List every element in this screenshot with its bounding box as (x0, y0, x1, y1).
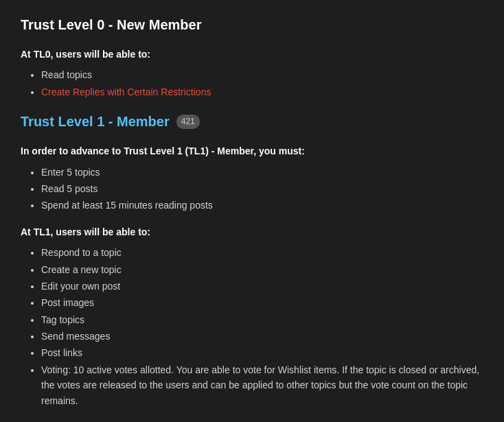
tl0-abilities-list: Read topics Create Replies with Certain … (21, 67, 483, 99)
list-item: Spend at least 15 minutes reading posts (41, 198, 483, 213)
tl1-ability-voting: Voting: 10 active votes allotted. You ar… (41, 364, 479, 406)
tl1-ability-respond: Respond to a topic (41, 247, 122, 258)
list-item: Create Replies with Certain Restrictions (41, 84, 483, 99)
list-item: Read 5 posts (41, 181, 483, 196)
tl1-ability-send-messages: Send messages (41, 331, 110, 342)
list-item: Post links (41, 345, 483, 360)
tl0-subtitle: At TL0, users will be able to: (21, 47, 483, 62)
tl1-requirements-list: Enter 5 topics Read 5 posts Spend at lea… (21, 165, 483, 213)
tl1-req-enter-topics: Enter 5 topics (41, 167, 100, 178)
tl0-ability-read-topics: Read topics (41, 69, 92, 80)
tl0-ability-create-replies: Create Replies with Certain Restrictions (41, 86, 211, 97)
tl1-ability-create-topic: Create a new topic (41, 264, 122, 275)
list-item: Enter 5 topics (41, 165, 483, 180)
list-item: Respond to a topic (41, 245, 483, 260)
tl1-advance-text: In order to advance to Trust Level 1 (TL… (21, 143, 483, 159)
list-item: Post images (41, 295, 483, 310)
tl1-badge: 421 (176, 115, 200, 129)
tl1-ability-post-links: Post links (41, 347, 82, 358)
tl1-subtitle: At TL1, users will be able to: (21, 224, 483, 239)
list-item: Edit your own post (41, 279, 483, 294)
tl1-ability-tag-topics: Tag topics (41, 314, 84, 325)
list-item: Read topics (41, 67, 483, 82)
tl1-req-read-posts: Read 5 posts (41, 183, 98, 194)
list-item: Voting: 10 active votes allotted. You ar… (41, 362, 483, 408)
tl1-title-container: Trust Level 1 - Member 421 (21, 110, 483, 132)
list-item: Create a new topic (41, 262, 483, 277)
list-item: Tag topics (41, 312, 483, 327)
tl1-req-spend-time: Spend at least 15 minutes reading posts (41, 200, 213, 211)
tl1-ability-edit-post: Edit your own post (41, 281, 120, 292)
tl1-abilities-list: Respond to a topic Create a new topic Ed… (21, 245, 483, 408)
tl0-title: Trust Level 0 - New Member (21, 14, 483, 36)
tl1-ability-post-images: Post images (41, 297, 94, 308)
list-item: Send messages (41, 329, 483, 344)
tl1-title-text: Trust Level 1 - Member (21, 110, 170, 132)
